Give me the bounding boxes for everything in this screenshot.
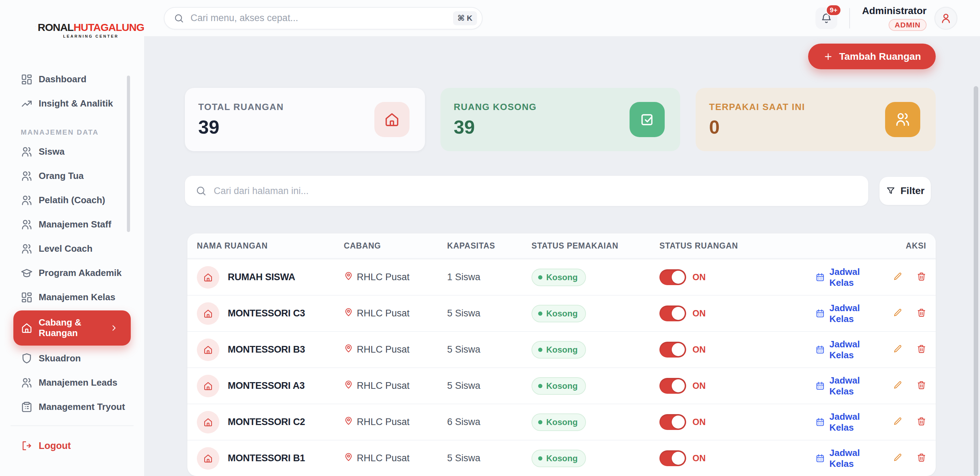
stat-icon-glyph	[894, 111, 911, 127]
home-icon	[203, 345, 213, 355]
app-root: RONALHUTAGALUNG LEARNING CENTER Dashboar…	[0, 0, 980, 476]
map-pin-icon	[344, 416, 353, 425]
page-content: Tambah Ruangan TOTAL RUANGAN 39	[144, 36, 980, 476]
room-name: MONTESSORI C3	[228, 308, 305, 319]
sidebar-item[interactable]: Dashboard	[0, 68, 144, 91]
sidebar-item-icon	[21, 243, 33, 255]
notification-count-badge: 9+	[826, 4, 842, 16]
calendar-icon	[816, 308, 825, 319]
page-search-input[interactable]	[214, 186, 858, 196]
sidebar-item[interactable]: Manajemen Leads	[0, 372, 144, 394]
sidebar-item[interactable]: Cabang & Ruangan	[13, 310, 131, 345]
sidebar-item[interactable]: Orang Tua	[0, 165, 144, 187]
sidebar-item-icon	[21, 194, 33, 206]
delete-button[interactable]	[917, 344, 926, 355]
edit-button[interactable]	[893, 453, 902, 463]
delete-button[interactable]	[917, 308, 926, 319]
room-status-toggle[interactable]	[659, 414, 686, 430]
sidebar-item-icon	[21, 73, 33, 86]
sidebar-section-label: MANAJEMEN DATA	[0, 128, 144, 136]
room-status-toggle[interactable]	[659, 269, 686, 285]
delete-button[interactable]	[917, 272, 926, 283]
stat-label: RUANG KOSONG	[454, 102, 537, 113]
sidebar-item-label: Level Coach	[39, 244, 134, 254]
table-row: MONTESSORI B1 RHLC Pusat 5 Siswa Kosong	[187, 440, 936, 476]
search-icon	[196, 185, 207, 196]
schedule-link[interactable]: Jadwal Kelas	[816, 375, 878, 397]
sidebar-item[interactable]: Insight & Analitik	[0, 92, 144, 115]
table-body: RUMAH SISWA RHLC Pusat 1 Siswa Kosong	[187, 259, 936, 476]
sidebar-item[interactable]: Management Tryout	[0, 396, 144, 418]
stat-value: 39	[454, 116, 537, 138]
logout-button[interactable]: Logout	[0, 435, 144, 457]
room-status-toggle[interactable]	[659, 342, 686, 358]
branch-name: RHLC Pusat	[357, 453, 409, 464]
delete-button[interactable]	[917, 417, 926, 427]
delete-button[interactable]	[917, 453, 926, 464]
brand-logo-mark	[35, 16, 35, 37]
column-header: CABANG	[344, 241, 447, 251]
main-area: ⌘ K 9+ Administrator ADMIN	[144, 0, 980, 476]
sidebar-item[interactable]: Manajemen Staff	[0, 213, 144, 236]
status-dot	[538, 275, 542, 280]
sidebar-item[interactable]: Pelatih (Coach)	[0, 189, 144, 212]
room-avatar	[197, 266, 220, 289]
map-pin-icon	[344, 271, 353, 280]
user-role-badge: ADMIN	[889, 19, 927, 31]
brand-name: RONALHUTAGALUNG	[38, 21, 144, 33]
sidebar-scrollbar[interactable]	[127, 76, 130, 232]
notifications-button[interactable]: 9+	[816, 7, 837, 29]
edit-button[interactable]	[893, 417, 902, 427]
add-room-button[interactable]: Tambah Ruangan	[808, 44, 936, 69]
branch-name: RHLC Pusat	[357, 417, 409, 427]
edit-button[interactable]	[893, 308, 902, 318]
brand-tagline: LEARNING CENTER	[38, 34, 144, 38]
avatar[interactable]	[934, 7, 958, 30]
edit-button[interactable]	[893, 381, 902, 391]
logout-label: Logout	[39, 441, 71, 451]
map-pin-icon	[344, 380, 353, 389]
schedule-link[interactable]: Jadwal Kelas	[816, 339, 878, 361]
sidebar-item[interactable]: Manajemen Kelas	[0, 286, 144, 309]
stat-icon	[374, 102, 409, 137]
sidebar-item-icon	[21, 267, 33, 279]
room-avatar	[197, 447, 220, 470]
room-status-toggle[interactable]	[659, 306, 686, 321]
stat-cards: TOTAL RUANGAN 39 RUANG KOSONG 39	[185, 88, 936, 151]
sidebar-item-icon	[21, 377, 33, 389]
status-dot	[538, 420, 542, 424]
capacity: 5 Siswa	[447, 344, 531, 355]
edit-button[interactable]	[893, 272, 902, 282]
stat-icon-glyph	[384, 111, 400, 127]
edit-button[interactable]	[893, 344, 902, 355]
stat-icon	[630, 102, 665, 137]
room-status-toggle[interactable]	[659, 451, 686, 466]
usage-status-badge: Kosong	[531, 414, 586, 431]
sidebar-divider	[11, 425, 134, 426]
sidebar-nav: Dashboard Insight & Analitik MANAJEMEN D…	[0, 53, 144, 457]
page-scrollbar[interactable]	[974, 86, 978, 476]
filter-button[interactable]: Filter	[880, 177, 931, 205]
schedule-link[interactable]: Jadwal Kelas	[816, 266, 878, 288]
map-pin-icon	[344, 344, 353, 353]
sidebar-item-icon	[21, 291, 33, 303]
global-search-input[interactable]	[191, 13, 453, 24]
sidebar-item[interactable]: Skuadron	[0, 347, 144, 370]
schedule-link[interactable]: Jadwal Kelas	[816, 411, 878, 433]
sidebar-item[interactable]: Program Akademik	[0, 262, 144, 284]
sidebar-item[interactable]: Level Coach	[0, 238, 144, 260]
column-header: STATUS RUANGAN	[659, 241, 816, 251]
room-name: RUMAH SISWA	[228, 272, 295, 283]
room-status-toggle[interactable]	[659, 378, 686, 394]
status-dot	[538, 456, 542, 460]
room-name: MONTESSORI C2	[228, 417, 305, 427]
schedule-link[interactable]: Jadwal Kelas	[816, 447, 878, 469]
stat-icon-glyph	[639, 111, 655, 127]
delete-button[interactable]	[917, 380, 926, 391]
schedule-link[interactable]: Jadwal Kelas	[816, 303, 878, 325]
sidebar-item[interactable]: Siswa	[0, 141, 144, 163]
capacity: 6 Siswa	[447, 417, 531, 427]
sidebar-item-label: Pelatih (Coach)	[39, 195, 134, 205]
home-icon	[203, 272, 213, 282]
sidebar-item-label: Orang Tua	[39, 171, 134, 181]
